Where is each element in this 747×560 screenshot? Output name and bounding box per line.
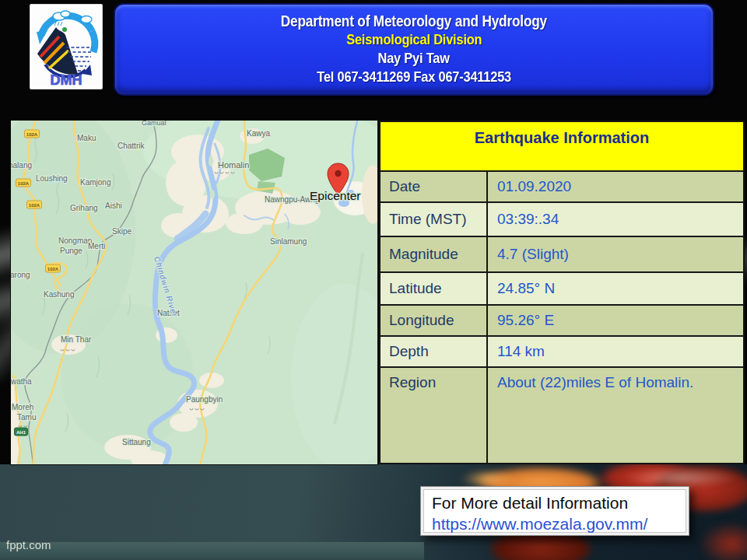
header-contact-line: Tel 067-3411269 Fax 067-3411253 — [115, 68, 713, 86]
row-label: Latitude — [381, 273, 488, 304]
map-label-sittaung: Sittaung — [122, 438, 151, 446]
map-label-sinlamung: Sinlamung — [270, 237, 307, 246]
svg-text:102A: 102A — [29, 203, 40, 208]
map-label-kawya: Kawya — [247, 129, 270, 138]
map-label-halang: halang — [11, 161, 32, 170]
row-label: Time (MST) — [381, 203, 488, 236]
table-row: Longitude 95.26° E — [381, 304, 743, 335]
map-label-aishi: Aishi — [105, 201, 122, 210]
map-label-loushing: Loushing — [36, 174, 68, 183]
row-value: 95.26° E — [488, 306, 743, 335]
map-label-minthar: Min Thar — [61, 335, 92, 344]
map-image: 102A 102A 102A 102A AH1 Gamual Maku Chat… — [11, 121, 377, 464]
map-label-nongman: Nongman — [58, 236, 92, 245]
more-info-text: For More detail Information — [432, 492, 686, 513]
header-city-line: Nay Pyi Taw — [115, 49, 713, 68]
map-label-tarong: Tarong — [11, 271, 30, 279]
highway-badge-ah1: AH1 — [15, 428, 28, 436]
map-label-skipe: Skipe — [112, 227, 132, 236]
slide: DMH Department of Meteorology and Hydrol… — [0, 0, 747, 560]
map-label-homalin: Homalin — [218, 160, 249, 170]
row-value: 03:39:.34 — [488, 203, 743, 236]
dmh-logo-emblem: DMH — [30, 4, 103, 89]
earthquake-info-table: Earthquake Information Date 01.09.2020 T… — [379, 121, 745, 464]
table-row: Depth 114 km — [381, 335, 743, 366]
epicenter-label: Epicenter — [310, 189, 360, 202]
table-row: Magnitude 4.7 (Slight) — [381, 236, 743, 271]
more-info-box: For More detail Information https://www.… — [420, 486, 689, 536]
map-label-grihang: Grihang — [70, 204, 98, 212]
svg-text:102A: 102A — [47, 267, 59, 271]
fppt-watermark: fppt.com — [6, 538, 51, 551]
table-title: Earthquake Information — [381, 122, 743, 170]
svg-text:102A: 102A — [26, 132, 38, 137]
svg-text:102A: 102A — [18, 181, 30, 186]
map-label-paungbyin: Paungbyin — [186, 395, 223, 404]
dmh-logo: DMH — [30, 4, 103, 89]
svg-text:AH1: AH1 — [16, 430, 26, 435]
row-label: Depth — [381, 337, 488, 366]
table-row: Region About (22)miles E of Homalin. — [381, 366, 743, 463]
row-value: 114 km — [488, 337, 743, 366]
map-label-kamjong: Kamjong — [80, 178, 110, 187]
header-division-line: Seismological Division — [115, 30, 713, 49]
dmh-logo-text: DMH — [51, 72, 82, 88]
map-label-punge: Punge — [60, 247, 82, 255]
map-label-watha: watha — [11, 377, 32, 386]
map-svg: 102A 102A 102A 102A AH1 Gamual Maku Chat… — [11, 121, 377, 464]
background-wedge — [0, 542, 424, 560]
header-department-line: Department of Meteorology and Hydrology — [115, 12, 713, 30]
row-value: 01.09.2020 — [488, 172, 743, 201]
row-value: 24.85° N — [488, 273, 743, 304]
map-label-moreh: Moreh — [12, 403, 33, 411]
map-label-gamual: Gamual — [142, 121, 167, 127]
table-row: Date 01.09.2020 — [381, 170, 743, 201]
table-row: Latitude 24.85° N — [381, 271, 743, 304]
row-label: Longitude — [381, 306, 488, 335]
moezala-link[interactable]: https://www.moezala.gov.mm/ — [432, 513, 686, 534]
fire-imagery — [622, 467, 739, 488]
map-label-kashung: Kashung — [44, 290, 74, 299]
row-value: 4.7 (Slight) — [488, 237, 743, 271]
row-value: About (22)miles E of Homalin. — [488, 368, 743, 463]
row-label: Region — [381, 368, 488, 463]
map-label-tamu: Tamu — [17, 413, 36, 422]
map-label-chattrik: Chattrik — [117, 142, 145, 150]
map-label-merti: Merti — [88, 242, 105, 250]
row-label: Magnitude — [381, 237, 488, 271]
map-label-maku: Maku — [77, 134, 96, 142]
header-banner: Department of Meteorology and Hydrology … — [114, 3, 714, 96]
row-label: Date — [381, 172, 488, 201]
table-row: Time (MST) 03:39:.34 — [381, 201, 743, 236]
